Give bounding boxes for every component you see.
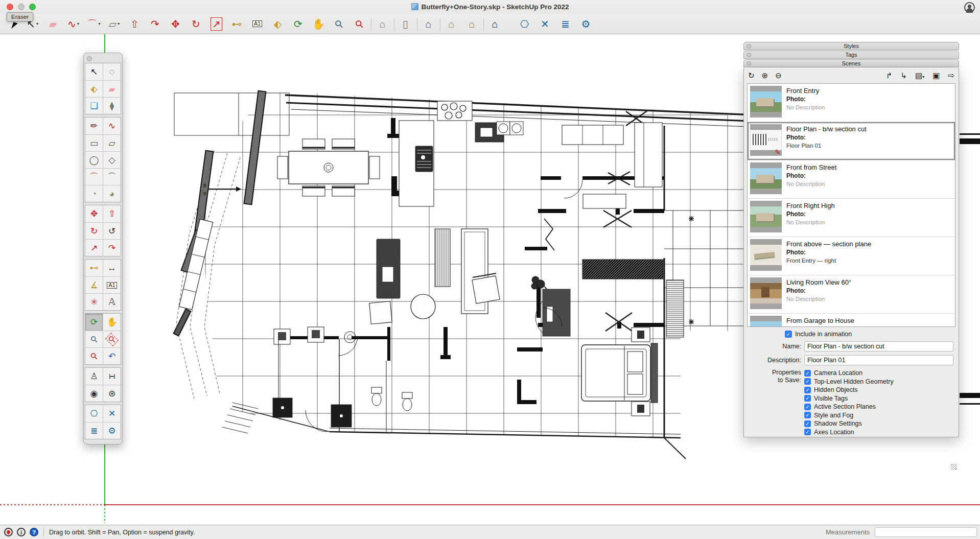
tape-measure-tool-icon[interactable]: ⊷ bbox=[230, 16, 244, 32]
palette-close-button[interactable] bbox=[87, 56, 92, 61]
previous-view-tool-icon[interactable]: ↶ bbox=[103, 348, 121, 364]
pan-tool-icon[interactable]: ✋ bbox=[312, 16, 325, 32]
dropdown-caret-icon[interactable]: ▾ bbox=[98, 22, 100, 26]
followme-tool-icon[interactable]: ↷ bbox=[103, 240, 121, 256]
eraser-tool-icon[interactable]: ▰ bbox=[46, 16, 60, 32]
trimble-connect-icon[interactable]: ✕ bbox=[103, 405, 121, 422]
text-tool-icon[interactable]: A1 bbox=[250, 16, 264, 32]
followme-tool-icon[interactable]: ↷ bbox=[148, 16, 162, 32]
lasso-tool-icon[interactable]: ◌ bbox=[103, 63, 121, 80]
update-scene-button[interactable]: ↻ bbox=[748, 71, 755, 80]
pie-tool-icon[interactable]: ◔ bbox=[85, 185, 103, 202]
hidden-objects-checkbox[interactable]: ✓ bbox=[804, 387, 811, 393]
zoom-tool-icon[interactable]: ⚲ bbox=[332, 16, 346, 32]
scene-item[interactable]: Front Right HighPhoto:No Description bbox=[748, 199, 955, 237]
scene-name-input[interactable] bbox=[804, 341, 953, 351]
back-view-icon[interactable]: ⌂ bbox=[465, 16, 479, 32]
panel-resize-handle[interactable] bbox=[951, 464, 957, 470]
zoom-tool-icon[interactable]: ⚲ bbox=[85, 331, 103, 347]
orbit-tool-icon[interactable]: ⟳ bbox=[291, 16, 305, 32]
active-section-planes-checkbox[interactable]: ✓ bbox=[804, 404, 811, 410]
paint-bucket-tool-icon[interactable]: ⬖ bbox=[271, 16, 285, 32]
dropdown-caret-icon[interactable]: ▾ bbox=[36, 22, 38, 26]
styles-panel-header[interactable]: Styles bbox=[743, 42, 959, 50]
scene-item[interactable]: Front EntryPhoto:No Description bbox=[748, 84, 955, 122]
include-in-animation-checkbox[interactable]: ✓ bbox=[785, 331, 792, 338]
walk-tool-icon[interactable]: ∺ bbox=[103, 368, 121, 385]
zoom-extents-tool-icon[interactable]: ⚲ bbox=[353, 16, 366, 32]
scene-item[interactable]: Front above — section planePhoto:Front E… bbox=[748, 237, 955, 275]
rotate-tool-icon[interactable]: ↻ bbox=[189, 16, 203, 32]
share-model-icon[interactable]: ≣ bbox=[85, 423, 103, 439]
front-view-icon[interactable]: ⌂ bbox=[422, 16, 435, 32]
scenes-panel-header[interactable]: Scenes bbox=[743, 59, 959, 67]
camera-location-checkbox[interactable]: ✓ bbox=[804, 370, 811, 377]
circle-tool-icon[interactable]: ◯ bbox=[85, 152, 103, 168]
scene-item[interactable]: ✎Floor Plan - b/w section cutPhoto:Floor… bbox=[748, 122, 955, 160]
3d-text-tool-icon[interactable]: 𝔸 bbox=[103, 294, 121, 310]
visible-tags-checkbox[interactable]: ✓ bbox=[804, 395, 811, 402]
credits-icon[interactable]: i bbox=[17, 528, 26, 536]
pushpull-tool-icon[interactable]: ⇧ bbox=[128, 16, 142, 32]
show-details-button[interactable]: ▣ bbox=[932, 71, 940, 80]
turn-tool-icon[interactable]: ⊛ bbox=[103, 385, 121, 402]
geolocation-icon[interactable] bbox=[4, 528, 13, 536]
tape-measure-tool-icon[interactable]: ⊷ bbox=[85, 260, 103, 276]
component-view-icon[interactable]: ▯ bbox=[399, 16, 412, 32]
connect-settings-icon[interactable]: ⚙ bbox=[579, 16, 593, 32]
3d-warehouse-icon[interactable]: ⎔ bbox=[518, 16, 531, 32]
trimble-connect-icon[interactable]: ✕ bbox=[538, 16, 552, 32]
measurements-input[interactable] bbox=[875, 527, 977, 537]
axes-tool-icon[interactable]: ✳ bbox=[85, 294, 103, 310]
zoom-window-tool-icon[interactable]: ⚲ bbox=[103, 331, 121, 347]
rectangle-tool-icon[interactable]: ▱▾ bbox=[107, 16, 121, 32]
paint-bucket-tool-icon[interactable]: ⬖ bbox=[85, 81, 103, 97]
rectangle-tool-icon[interactable]: ▭ bbox=[85, 135, 103, 151]
remove-scene-button[interactable]: ⊖ bbox=[775, 71, 782, 80]
dimension-tool-icon[interactable]: ↔ bbox=[103, 260, 121, 276]
pan-tool-icon[interactable]: ✋ bbox=[103, 314, 121, 331]
two-point-arc-tool-icon[interactable]: ⌒ bbox=[103, 169, 121, 185]
show-hide-details-button[interactable]: ⇨ bbox=[948, 71, 954, 80]
add-scene-button[interactable]: ⊕ bbox=[762, 71, 768, 80]
eraser-tool-icon[interactable]: ▰ bbox=[103, 81, 121, 97]
scene-item[interactable]: From Garage to House bbox=[748, 314, 955, 327]
palette-title-bar[interactable] bbox=[85, 54, 121, 63]
tag-tool-icon[interactable]: ⧫ bbox=[103, 98, 121, 114]
top-level-hidden-geometry-checkbox[interactable]: ✓ bbox=[804, 378, 811, 385]
shadow-settings-checkbox[interactable]: ✓ bbox=[804, 420, 811, 427]
move-tool-icon[interactable]: ✥ bbox=[169, 16, 182, 32]
iso-view-icon[interactable]: ⌂ bbox=[376, 16, 389, 32]
scale-tool-icon[interactable]: ↗ bbox=[209, 16, 223, 32]
select-tool-icon[interactable]: ↖ bbox=[85, 63, 103, 80]
offset-tool-icon[interactable]: ↺ bbox=[103, 223, 121, 239]
orbit-tool-icon[interactable]: ⟳ bbox=[85, 314, 103, 331]
text-tool-icon[interactable]: A1 bbox=[103, 277, 121, 293]
dropdown-caret-icon[interactable]: ▾ bbox=[77, 22, 79, 26]
zoom-extents-tool-icon[interactable]: ⚲ bbox=[85, 348, 103, 364]
tags-panel-header[interactable]: Tags bbox=[743, 51, 959, 59]
make-component-tool-icon[interactable]: ❏ bbox=[85, 98, 103, 114]
scale-tool-icon[interactable]: ↗ bbox=[85, 240, 103, 256]
arc-tool-icon[interactable]: ⌒▾ bbox=[87, 16, 101, 32]
account-avatar[interactable] bbox=[964, 2, 975, 13]
polygon-tool-icon[interactable]: ◇ bbox=[103, 152, 121, 168]
move-scene-down-button[interactable]: ↳ bbox=[900, 71, 907, 80]
style-and-fog-checkbox[interactable]: ✓ bbox=[804, 412, 811, 418]
freehand-tool-icon[interactable]: ∿▾ bbox=[66, 16, 80, 32]
view-options-button[interactable]: ▤▾ bbox=[915, 71, 924, 80]
move-scene-up-button[interactable]: ↱ bbox=[886, 71, 893, 80]
look-around-tool-icon[interactable]: ◉ bbox=[85, 385, 103, 402]
freehand-tool-icon[interactable]: ∿ bbox=[103, 118, 121, 134]
axes-location-checkbox[interactable]: ✓ bbox=[804, 429, 811, 435]
dropdown-caret-icon[interactable]: ▾ bbox=[118, 22, 120, 26]
help-icon[interactable]: ? bbox=[30, 528, 38, 536]
move-tool-icon[interactable]: ✥ bbox=[85, 205, 103, 222]
rotate-tool-icon[interactable]: ↻ bbox=[85, 223, 103, 239]
scene-item[interactable]: Front from StreetPhoto:No Description bbox=[748, 160, 955, 199]
pushpull-tool-icon[interactable]: ⇧ bbox=[103, 205, 121, 222]
connect-settings-icon[interactable]: ⚙ bbox=[103, 423, 121, 439]
top-view-icon[interactable]: ⌂ bbox=[445, 16, 458, 32]
3d-warehouse-icon[interactable]: ⎔ bbox=[85, 405, 103, 422]
scene-item[interactable]: Living Room View 60°Photo:No Description bbox=[748, 275, 955, 314]
